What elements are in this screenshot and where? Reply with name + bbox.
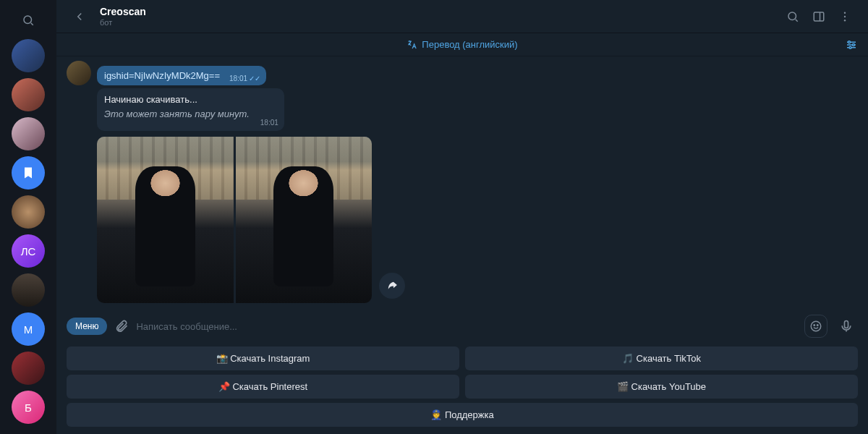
svg-point-17: [811, 321, 821, 331]
kb-tiktok[interactable]: 🎵 Скачать TikTok: [465, 346, 858, 370]
chat-panel: Creoscan бот Перевод (английский): [56, 0, 868, 434]
kb-pinterest[interactable]: 📌 Скачать Pinterest: [67, 375, 459, 399]
message-row: Начинаю скачивать... Это может занять па…: [56, 87, 868, 132]
kb-instagram[interactable]: 📸 Скачать Instagram: [67, 346, 459, 370]
avatar[interactable]: [67, 61, 91, 85]
svg-point-8: [844, 20, 846, 21]
kb-support[interactable]: 👮 Поддержка: [67, 403, 858, 427]
chat-list-avatar[interactable]: Б: [12, 391, 45, 424]
translate-label: Перевод (английский): [422, 39, 517, 50]
messages-scroll[interactable]: igshid=NjIwNzIyMDk2Mg== 18:01✓✓ Начинаю …: [56, 56, 868, 310]
chat-list-avatar[interactable]: [12, 352, 45, 385]
svg-line-3: [796, 19, 798, 21]
translate-icon: [407, 39, 417, 50]
chat-title: Creoscan: [100, 6, 780, 17]
search-in-chat-icon[interactable]: [780, 4, 806, 30]
message-bubble-sent[interactable]: igshid=NjIwNzIyMDk2Mg== 18:01✓✓: [97, 66, 266, 85]
svg-line-1: [31, 23, 33, 25]
chat-title-block[interactable]: Creoscan бот: [100, 6, 780, 27]
message-time: 18:01: [260, 117, 278, 128]
chat-header: Creoscan бот: [56, 0, 868, 33]
message-bubble[interactable]: Начинаю скачивать... Это может занять па…: [97, 88, 284, 131]
translate-label-row: Перевод (английский): [407, 39, 517, 50]
message-text: igshid=NjIwNzIyMDk2Mg==: [104, 70, 220, 81]
message-row-media: [56, 135, 868, 305]
message-input[interactable]: [136, 321, 797, 332]
svg-rect-4: [814, 12, 824, 21]
kb-youtube[interactable]: 🎬 Скачать YouTube: [465, 375, 858, 399]
chat-list-avatar[interactable]: [12, 39, 45, 72]
bot-keyboard: 📸 Скачать Instagram 🎵 Скачать TikTok 📌 С…: [56, 342, 868, 434]
emoji-icon[interactable]: [804, 315, 827, 338]
svg-rect-20: [845, 321, 848, 328]
translate-settings-icon[interactable]: [845, 38, 858, 51]
sidepanel-icon[interactable]: [806, 4, 832, 30]
photo-thumbnail[interactable]: [97, 137, 234, 303]
svg-point-12: [848, 41, 851, 43]
chat-list-avatar[interactable]: [12, 156, 45, 190]
back-icon[interactable]: [67, 4, 93, 30]
media-group[interactable]: [97, 137, 372, 303]
svg-point-18: [814, 325, 815, 326]
composer: Меню: [56, 310, 868, 342]
chat-list-avatar[interactable]: М: [12, 312, 45, 346]
svg-point-13: [853, 43, 855, 46]
chat-list-avatar[interactable]: [12, 195, 45, 229]
svg-point-19: [817, 325, 819, 326]
share-icon[interactable]: [379, 273, 405, 299]
svg-point-6: [844, 12, 846, 13]
attach-icon[interactable]: [114, 319, 129, 333]
mic-icon[interactable]: [835, 315, 858, 338]
svg-point-0: [24, 16, 32, 24]
chat-list-sidebar: ЛСМБ: [0, 0, 56, 434]
svg-point-7: [844, 15, 846, 17]
menu-button[interactable]: Меню: [67, 318, 107, 335]
app-root: ЛСМБ Creoscan бот: [0, 0, 868, 434]
chat-subtitle: бот: [100, 18, 780, 27]
chat-list-avatar[interactable]: [12, 117, 45, 150]
more-icon[interactable]: [832, 4, 858, 30]
photo-thumbnail[interactable]: [236, 137, 373, 303]
message-row: Медиа успешно скачано!: [56, 309, 868, 310]
message-line: Начинаю скачивать...: [104, 93, 250, 107]
chat-list-avatar[interactable]: ЛС: [12, 234, 45, 268]
chat-list-avatar[interactable]: [12, 78, 45, 111]
svg-point-2: [788, 12, 796, 20]
message-time: 18:01✓✓: [229, 75, 260, 82]
message-line-italic: Это может занять пару минут.: [104, 107, 250, 122]
message-row-sent: igshid=NjIwNzIyMDk2Mg== 18:01✓✓: [56, 59, 868, 87]
svg-point-14: [849, 46, 851, 48]
search-icon[interactable]: [14, 6, 43, 35]
chat-list-avatar[interactable]: [12, 273, 45, 307]
translate-bar[interactable]: Перевод (английский): [56, 33, 868, 56]
